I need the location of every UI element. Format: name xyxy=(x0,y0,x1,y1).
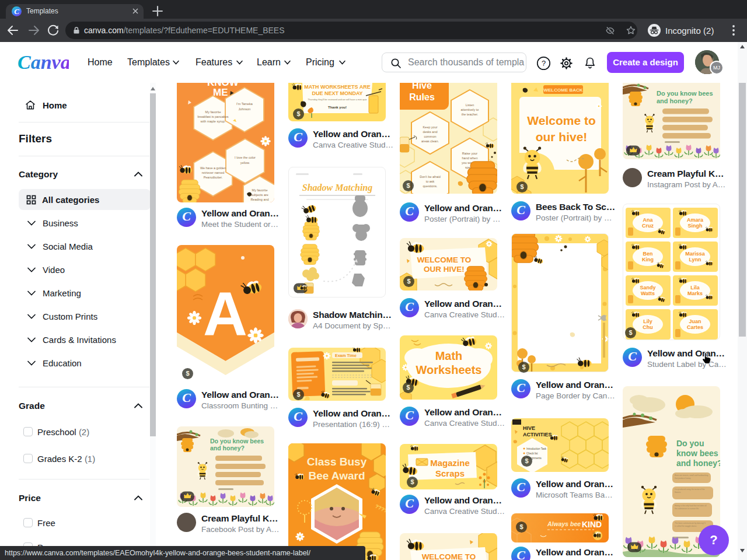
svg-text:Worksheets: Worksheets xyxy=(416,363,481,376)
svg-text:Do you know bees: Do you know bees xyxy=(657,90,713,97)
svg-text:Canva: Canva xyxy=(18,51,69,73)
svg-text:Ben: Ben xyxy=(643,251,652,257)
svg-text:Don't be afraid: Don't be afraid xyxy=(420,175,441,178)
svg-text:questions.: questions. xyxy=(423,184,438,188)
svg-text:ACTIVITIES: ACTIVITIES xyxy=(523,432,552,438)
svg-text:It is produced using the necta: It is produced using the nectar of the xyxy=(675,488,705,491)
svg-text:Lily: Lily xyxy=(643,318,652,324)
svg-text:King: King xyxy=(642,257,654,262)
svg-text:and honey?: and honey? xyxy=(210,444,245,452)
svg-text:Hive: Hive xyxy=(412,83,432,90)
svg-text:Listen: Listen xyxy=(466,103,474,107)
svg-text:?????: ????? xyxy=(374,503,386,516)
svg-text:Always bee: Always bee xyxy=(547,520,581,527)
svg-text:The bees communicate by dancin: The bees communicate by dancing! It xyxy=(675,522,706,524)
svg-text:Ana: Ana xyxy=(643,217,653,223)
svg-text:Scraps: Scraps xyxy=(435,468,465,478)
svg-text:yellow.: yellow. xyxy=(240,161,250,164)
svg-text:Bee Award: Bee Award xyxy=(308,470,365,482)
svg-text:Do you know bees: Do you know bees xyxy=(210,438,264,444)
svg-text:Watts: Watts xyxy=(641,290,655,296)
svg-text:Check list: Check list xyxy=(526,452,538,455)
svg-text:attentively to: attentively to xyxy=(461,108,479,111)
svg-text:My favorite: My favorite xyxy=(205,110,221,114)
svg-text:Thursday they'll be reviewed a: Thursday they'll be reviewed and we will… xyxy=(308,98,366,101)
svg-text:the teacher.: the teacher. xyxy=(462,113,479,116)
svg-text:MATH WORKSHEETS ARE: MATH WORKSHEETS ARE xyxy=(304,84,371,90)
svg-text:Amara: Amara xyxy=(687,217,704,223)
svg-text:OUR HIVE!: OUR HIVE! xyxy=(424,265,465,274)
svg-text:?: ? xyxy=(542,59,546,68)
svg-text:to ask: to ask xyxy=(426,180,435,183)
svg-text:Juan: Juan xyxy=(689,318,701,324)
svg-text:know bees: know bees xyxy=(676,449,718,458)
svg-text:WELCOME TO: WELCOME TO xyxy=(422,552,476,560)
svg-text:Lila: Lila xyxy=(690,285,700,290)
svg-text:that produce honey.: that produce honey. xyxy=(675,477,691,480)
svg-text:Singh: Singh xyxy=(688,223,703,229)
svg-text:Bees are insects, small and ha: Bees are insects, small and hardworking xyxy=(675,474,708,477)
svg-text:with maple syrup.: with maple syrup. xyxy=(200,120,226,123)
svg-text:Marks: Marks xyxy=(687,290,703,296)
svg-text:Sandy: Sandy xyxy=(640,285,655,290)
svg-text:Class Busy: Class Busy xyxy=(307,456,367,468)
svg-text:areas clean.: areas clean. xyxy=(421,139,439,143)
svg-text:Keep your: Keep your xyxy=(423,125,437,129)
svg-text:Peanutbutter.: Peanutbutter. xyxy=(204,176,223,179)
svg-text:Welcome to: Welcome to xyxy=(527,114,595,127)
svg-text:Cruz: Cruz xyxy=(642,223,654,229)
svg-text:Lynn: Lynn xyxy=(689,257,701,262)
svg-text:HIVE: HIVE xyxy=(523,425,535,431)
svg-text:retriever named: retriever named xyxy=(202,171,225,174)
svg-text:DUE NEXT MONDAY: DUE NEXT MONDAY xyxy=(312,90,362,96)
svg-text:Thank you!: Thank you! xyxy=(328,106,347,109)
svg-text:Magazine: Magazine xyxy=(430,458,470,468)
svg-text:is called the waggle dance.: is called the waggle dance. xyxy=(675,525,697,527)
svg-text:A: A xyxy=(203,280,247,348)
svg-text:Honey is the only food that in: Honey is the only food that includes all xyxy=(675,505,707,507)
svg-text:desks and: desks and xyxy=(423,130,437,134)
svg-text:Marissa: Marissa xyxy=(685,251,706,257)
svg-text:Shadow Matching: Shadow Matching xyxy=(302,183,372,193)
svg-text:breakfast is pancakes: breakfast is pancakes xyxy=(197,115,228,118)
svg-text:My favorite: My favorite xyxy=(252,188,268,192)
svg-text:KIND: KIND xyxy=(582,520,602,529)
svg-text:the substances to sustain life: the substances to sustain life. xyxy=(675,508,699,510)
svg-text:and honey?: and honey? xyxy=(657,97,693,104)
svg-text:subjects are: subjects are xyxy=(251,193,268,197)
svg-text:I love the color: I love the color xyxy=(235,156,256,159)
svg-text:Do you: Do you xyxy=(676,439,704,448)
svg-text:I'm Tameka: I'm Tameka xyxy=(236,102,253,106)
svg-text:WELCOME TO: WELCOME TO xyxy=(417,256,472,264)
svg-text:Johnson: Johnson xyxy=(239,107,251,111)
svg-text:Cartes: Cartes xyxy=(687,324,703,330)
svg-text:our hive!: our hive! xyxy=(536,130,588,144)
svg-text:Raise your: Raise your xyxy=(462,152,477,155)
svg-text:Introduction Task: Introduction Task xyxy=(526,447,547,450)
svg-text:Chu: Chu xyxy=(643,324,653,330)
svg-text:We have a golden: We have a golden xyxy=(200,166,226,170)
svg-text:WELCOME BACK: WELCOME BACK xyxy=(543,88,582,93)
svg-text:common: common xyxy=(424,135,436,138)
svg-text:flowers.: flowers. xyxy=(675,491,681,494)
svg-text:Rules: Rules xyxy=(409,92,435,102)
svg-text:Exam Time: Exam Time xyxy=(335,354,357,358)
svg-text:hand when: hand when xyxy=(462,156,478,160)
svg-text:Math: Math xyxy=(435,349,463,362)
svg-text:and honey?: and honey? xyxy=(676,459,720,468)
svg-text:Reading and: Reading and xyxy=(250,198,268,201)
